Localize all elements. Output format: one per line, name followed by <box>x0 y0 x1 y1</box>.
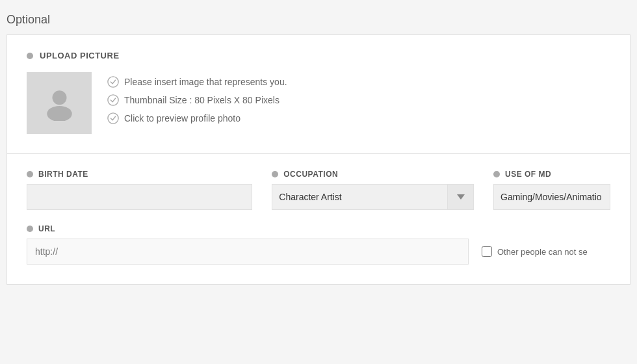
avatar-icon <box>42 85 77 121</box>
occupation-value: Character Artist <box>279 192 341 202</box>
occupation-group: OCCUPATION Character Artist <box>272 170 474 210</box>
instruction-text-3: Click to preview profile photo <box>124 113 240 124</box>
url-label: URL <box>27 224 610 233</box>
instruction-item-3: Click to preview profile photo <box>107 112 287 124</box>
birth-date-label: BIRTH DATE <box>27 170 252 179</box>
instruction-text-1: Please insert image that represents you. <box>124 77 287 87</box>
chevron-down-icon <box>457 194 465 200</box>
use-of-md-input[interactable] <box>493 184 610 210</box>
occupation-wrapper: Character Artist <box>272 184 474 210</box>
occupation-dot <box>272 171 278 177</box>
instruction-item-1: Please insert image that represents you. <box>107 76 287 88</box>
privacy-checkbox-label[interactable]: Other people can not se <box>482 246 588 257</box>
fields-row: BIRTH DATE OCCUPATION Character Artist <box>27 170 610 210</box>
upload-section-title: UPLOAD PICTURE <box>27 51 610 60</box>
occupation-dropdown-button[interactable] <box>448 184 474 210</box>
url-row-content: Other people can not se <box>27 239 610 265</box>
svg-point-0 <box>52 90 66 105</box>
use-of-md-group: USE OF MD <box>493 170 610 210</box>
svg-point-3 <box>108 95 118 105</box>
birth-date-dot <box>27 171 33 177</box>
instruction-text-2: Thumbnail Size : 80 Pixels X 80 Pixels <box>124 95 280 105</box>
url-row: URL Other people can not se <box>27 224 610 265</box>
fields-section: BIRTH DATE OCCUPATION Character Artist <box>7 154 630 284</box>
occupation-select-display[interactable]: Character Artist <box>272 184 448 210</box>
use-of-md-dot <box>493 171 500 177</box>
page-wrapper: Optional UPLOAD PICTURE <box>0 0 637 364</box>
upload-dot <box>27 53 33 59</box>
instruction-item-2: Thumbnail Size : 80 Pixels X 80 Pixels <box>107 94 287 106</box>
section-card: UPLOAD PICTURE Please insert ima <box>6 34 630 285</box>
birth-date-input[interactable] <box>27 184 252 210</box>
upload-area: Please insert image that represents you.… <box>27 72 610 134</box>
url-input[interactable] <box>27 239 469 265</box>
url-field-group: URL Other people can not se <box>27 224 610 265</box>
upload-title-text: UPLOAD PICTURE <box>40 51 120 60</box>
check-circle-icon-1 <box>107 76 119 88</box>
use-of-md-label: USE OF MD <box>493 170 610 179</box>
birth-date-group: BIRTH DATE <box>27 170 252 210</box>
svg-point-4 <box>108 113 118 124</box>
privacy-checkbox[interactable] <box>482 246 492 257</box>
occupation-label: OCCUPATION <box>272 170 474 179</box>
privacy-label-text: Other people can not se <box>497 247 588 257</box>
upload-section: UPLOAD PICTURE Please insert ima <box>7 35 630 154</box>
check-circle-icon-2 <box>107 94 119 106</box>
svg-point-2 <box>108 77 118 87</box>
upload-instructions: Please insert image that represents you.… <box>107 72 287 124</box>
check-circle-icon-3 <box>107 112 119 124</box>
svg-point-1 <box>47 106 72 121</box>
avatar-placeholder[interactable] <box>27 72 92 134</box>
url-dot <box>27 226 33 232</box>
optional-label: Optional <box>6 13 630 27</box>
